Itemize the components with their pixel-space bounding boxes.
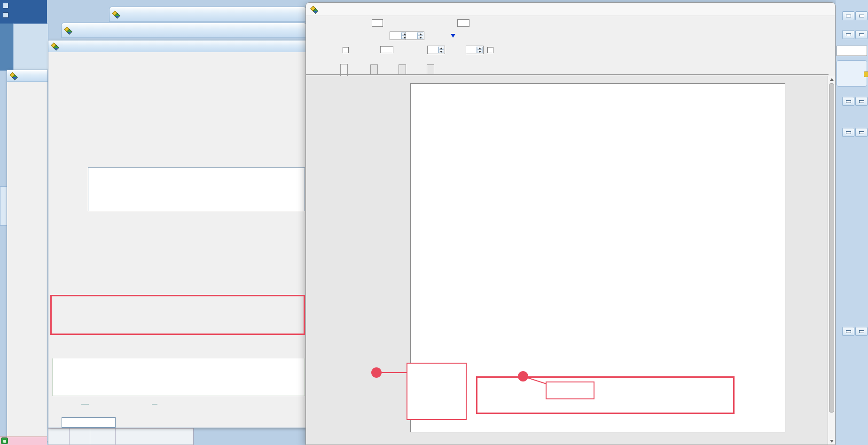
minimize-button[interactable]	[842, 327, 854, 336]
maximize-button[interactable]	[855, 30, 868, 39]
background-window-fragment	[0, 24, 13, 71]
maximize-button[interactable]	[855, 11, 868, 20]
warning-icon	[864, 72, 868, 77]
window-production-calc[interactable]	[109, 7, 306, 22]
icon-dot	[3, 440, 6, 443]
tab-extended-detail-data[interactable]	[427, 64, 434, 75]
entry-date-value	[152, 404, 157, 405]
scrollbar-thumb[interactable]	[829, 83, 834, 413]
window-self-schedule	[7, 70, 48, 441]
annotation-highlight-form-rows	[50, 295, 305, 335]
split-horizontal-spinner[interactable]	[427, 46, 445, 54]
minimize-button[interactable]	[776, 3, 792, 16]
report-titlebar	[306, 3, 836, 16]
divider	[115, 429, 116, 445]
tab-parameter-data[interactable]	[370, 64, 378, 75]
app-icon	[64, 27, 71, 33]
annotation-note-1	[407, 363, 467, 420]
copies-input[interactable]	[457, 19, 469, 27]
minimize-button[interactable]	[842, 11, 854, 20]
annotation-line	[382, 372, 407, 373]
entry-by-value	[81, 404, 89, 405]
split-vertical-spinner[interactable]	[466, 46, 484, 54]
remark-textarea[interactable]	[88, 167, 305, 211]
maximize-button[interactable]	[798, 3, 813, 16]
taskbar-app-icon[interactable]	[1, 437, 8, 444]
spinner-icon[interactable]	[477, 47, 483, 53]
filter-checkbox-list	[7, 70, 48, 441]
window-report-preview	[305, 2, 836, 445]
maximize-button[interactable]	[855, 327, 868, 336]
minimize-button[interactable]	[842, 30, 854, 39]
window-production-dispatch	[48, 40, 306, 428]
spinner-icon[interactable]	[438, 47, 444, 53]
bottom-input[interactable]	[62, 417, 116, 428]
close-button[interactable]	[819, 3, 835, 16]
more-functions-arrow-icon[interactable]	[451, 34, 455, 38]
annotation-marker-2	[518, 371, 528, 381]
annotation-marker-1	[371, 367, 382, 378]
panel-fragment	[837, 60, 867, 87]
tab-detail-data[interactable]	[399, 64, 406, 75]
scroll-up-icon[interactable]	[830, 78, 834, 81]
scroll-down-icon[interactable]	[830, 440, 834, 443]
background-footer-strip	[48, 428, 194, 445]
divider	[69, 429, 70, 445]
tab-strip	[306, 64, 836, 76]
print-to-spinner[interactable]	[406, 32, 424, 40]
minimize-button[interactable]	[842, 128, 854, 137]
background-window-fragment	[13, 24, 48, 71]
divider	[306, 74, 829, 75]
background-window-button[interactable]	[3, 12, 8, 18]
page-number-input[interactable]	[372, 19, 383, 27]
background-right-strip	[836, 0, 868, 445]
window-sales-order[interactable]	[61, 23, 306, 38]
spinner-icon[interactable]	[417, 32, 423, 39]
annotation-note-2	[546, 381, 594, 399]
annotation-highlight-report-rows	[476, 376, 735, 414]
vertical-scrollbar[interactable]	[828, 76, 835, 445]
rows-per-page-checkbox[interactable]	[343, 47, 349, 53]
app-icon	[112, 11, 119, 17]
divider	[90, 429, 90, 445]
rows-per-page-input[interactable]	[380, 46, 393, 53]
minimize-button[interactable]	[842, 97, 854, 106]
desktop	[0, 0, 868, 445]
background-window-button[interactable]	[3, 3, 8, 8]
no-partial-page-checkbox[interactable]	[487, 47, 493, 53]
preview-area	[306, 76, 828, 445]
maximize-button[interactable]	[855, 97, 868, 106]
input-fragment[interactable]	[837, 46, 867, 56]
maximize-button[interactable]	[855, 128, 868, 137]
grid-body	[52, 358, 305, 396]
